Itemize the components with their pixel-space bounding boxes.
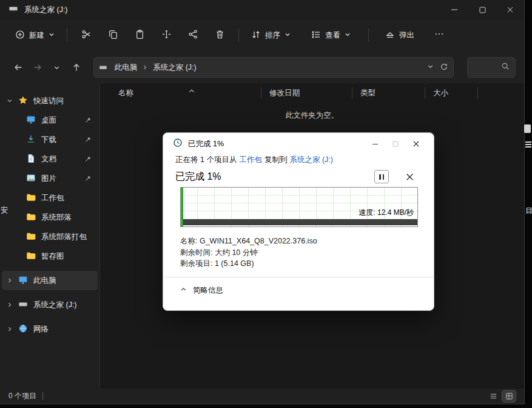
column-header-date[interactable]: 修改日期 (261, 87, 352, 98)
items-remaining-line: 剩余项目: 1 (5.14 GB) (180, 258, 434, 270)
star-icon (18, 95, 28, 107)
sidebar-item-folder-xitongbuluodabao[interactable]: 系统部落打包 (2, 227, 98, 246)
paste-icon (135, 29, 145, 42)
document-icon (26, 154, 36, 165)
close-button[interactable] (496, 0, 524, 19)
copy-status-middle: 复制到 (264, 155, 288, 165)
details-toggle-label: 简略信息 (193, 285, 223, 296)
chevron-down-icon (7, 98, 13, 104)
download-icon (26, 134, 36, 146)
dialog-title-bar: 已完成 1% (163, 133, 434, 155)
sidebar-item-drive-j[interactable]: 系统之家 (J:) (2, 295, 98, 314)
sidebar-item-quick-access[interactable]: 快速访问 (2, 91, 98, 110)
more-dots-icon (434, 29, 444, 41)
more-button[interactable] (426, 24, 453, 46)
sidebar-item-this-pc[interactable]: 此电脑 (2, 271, 98, 290)
rename-button[interactable] (153, 24, 180, 46)
sidebar-item-network[interactable]: 网络 (2, 319, 98, 339)
view-button[interactable]: 查看 (305, 25, 357, 46)
details-toggle[interactable]: 简略信息 (163, 277, 434, 296)
paste-button[interactable] (126, 24, 153, 46)
sidebar-item-label: 下载 (41, 135, 56, 145)
copy-status-prefix: 正在将 1 个项目从 (175, 155, 237, 165)
column-header-size[interactable]: 大小 (425, 87, 478, 98)
share-button[interactable] (180, 24, 206, 46)
search-icon (501, 62, 510, 73)
column-header-name[interactable]: 名称 (100, 87, 261, 98)
copy-source-link[interactable]: 工作包 (239, 155, 262, 165)
dialog-maximize-button (385, 135, 406, 153)
command-bar: 新建 排序 查看 弹出 (0, 19, 524, 51)
maximize-button[interactable] (468, 0, 496, 19)
chevron-right-icon (142, 64, 148, 70)
pause-icon (379, 174, 381, 180)
sidebar-item-folder-gongzuobao[interactable]: 工作包 (2, 188, 98, 208)
eject-button[interactable]: 弹出 (379, 25, 421, 46)
dialog-close-button[interactable] (406, 135, 426, 153)
drive-icon (18, 299, 28, 311)
new-button-label: 新建 (29, 30, 44, 41)
sidebar-item-pictures[interactable]: 图片 (2, 169, 98, 188)
refresh-icon[interactable] (440, 63, 448, 73)
sidebar-item-desktop[interactable]: 桌面 (2, 110, 98, 130)
copy-button[interactable] (99, 24, 126, 46)
copy-destination-link[interactable]: 系统之家 (J:) (289, 155, 333, 165)
copy-clock-icon (173, 138, 183, 150)
toolbar-separator (238, 29, 239, 42)
scissors-icon (81, 29, 92, 42)
dialog-minimize-button[interactable] (365, 135, 385, 153)
sidebar-item-label: 快速访问 (33, 96, 64, 106)
cut-button[interactable] (73, 24, 99, 46)
cancel-copy-button[interactable] (402, 170, 417, 183)
up-button[interactable] (67, 58, 86, 77)
pause-button[interactable] (374, 170, 389, 183)
desktop-icon-fragment (525, 141, 531, 149)
share-icon (188, 29, 198, 42)
forward-button[interactable] (28, 58, 47, 77)
folder-icon (26, 192, 36, 204)
status-separator (42, 392, 43, 400)
large-icons-view-button[interactable] (502, 390, 516, 402)
sidebar-item-folder-zancuntu[interactable]: 暂存图 (2, 246, 98, 266)
column-header-type[interactable]: 类型 (352, 87, 425, 98)
breadcrumb-this-pc[interactable]: 此电脑 (110, 60, 142, 75)
new-button[interactable]: 新建 (8, 25, 61, 46)
time-remaining-line: 剩余时间: 大约 10 分钟 (180, 247, 434, 259)
window-title: 系统之家 (J:) (24, 5, 68, 15)
percent-complete-heading: 已完成 1% (175, 171, 374, 183)
pin-icon (84, 117, 92, 124)
file-name-line: 名称: G_WIN11_X64_Q8_V2022.376.iso (180, 236, 434, 247)
sort-button[interactable]: 排序 (244, 25, 297, 46)
copy-icon (108, 29, 118, 42)
item-count: 0 个项目 (8, 391, 36, 401)
sidebar: 快速访问 桌面 下载 文档 (0, 84, 100, 389)
address-dropdown-icon[interactable] (427, 63, 434, 72)
chevron-down-icon (49, 31, 55, 39)
copy-progress-dialog: 已完成 1% 正在将 1 个项目从 工作包 复制到 系统之家 (J:) 已完成 … (163, 132, 434, 311)
eject-icon (385, 30, 395, 41)
address-bar[interactable]: 此电脑 系统之家 (J:) (93, 57, 454, 78)
details-view-button[interactable] (487, 390, 500, 402)
delete-button[interactable] (206, 24, 233, 46)
speed-label: 速度: 12.4 MB/秒 (359, 208, 414, 218)
breadcrumb-drive[interactable]: 系统之家 (J:) (149, 60, 201, 75)
sidebar-item-label: 暂存图 (41, 251, 64, 262)
sidebar-item-folder-xitongbuluo[interactable]: 系统部落 (2, 208, 98, 227)
recent-locations-button[interactable] (47, 58, 67, 77)
eject-button-label: 弹出 (399, 30, 414, 41)
column-headers: 名称 修改日期 类型 大小 (100, 84, 524, 102)
desktop-icon-fragment-label: 目 (525, 206, 532, 216)
folder-icon (26, 212, 36, 223)
toolbar-separator (368, 29, 369, 42)
this-pc-icon (18, 275, 28, 287)
sidebar-item-label: 网络 (33, 324, 49, 335)
folder-icon (26, 231, 36, 243)
sidebar-item-documents[interactable]: 文档 (2, 149, 98, 169)
progress-fill (181, 188, 183, 226)
back-button[interactable] (8, 58, 28, 77)
search-input[interactable] (467, 57, 516, 78)
copy-status-line: 正在将 1 个项目从 工作包 复制到 系统之家 (J:) (163, 155, 434, 165)
sidebar-item-label: 工作包 (41, 193, 64, 203)
minimize-button[interactable] (440, 0, 468, 19)
sidebar-item-downloads[interactable]: 下载 (2, 130, 98, 149)
